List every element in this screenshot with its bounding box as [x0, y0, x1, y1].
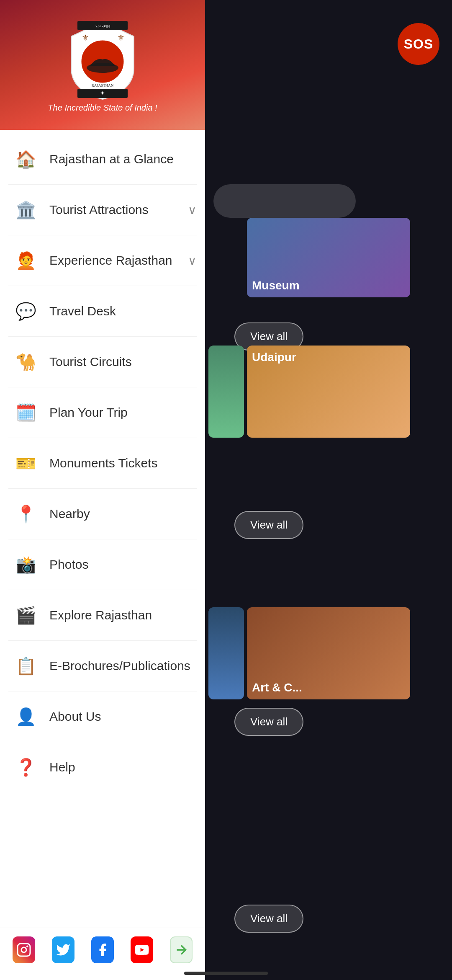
menu-icon-e-brochures: 📋 — [13, 652, 39, 679]
navigation-drawer: राजस्थान RAJASTHAN ✦ ⚜ ⚜ The Incredible … — [0, 0, 205, 980]
menu-item-travel-desk[interactable]: 💬Travel Desk — [0, 286, 205, 336]
svg-rect-10 — [18, 944, 30, 956]
menu-item-e-brochures[interactable]: 📋E-Brochures/Publications — [0, 641, 205, 691]
menu-icon-travel-desk: 💬 — [13, 298, 39, 325]
menu-label-experience-rajasthan: Experience Rajasthan — [49, 253, 172, 268]
menu-item-rajasthan-glance[interactable]: 🏠Rajasthan at a Glance — [0, 134, 205, 184]
menu-label-nearby: Nearby — [49, 507, 90, 521]
menu-item-nearby[interactable]: 📍Nearby — [0, 489, 205, 539]
menu-item-experience-rajasthan[interactable]: 🧑‍🦰Experience Rajasthan∨ — [0, 235, 205, 286]
menu-icon-plan-your-trip: 🗓️ — [13, 399, 39, 426]
drawer-header: राजस्थान RAJASTHAN ✦ ⚜ ⚜ The Incredible … — [0, 0, 205, 130]
menu-label-e-brochures: E-Brochures/Publications — [49, 659, 190, 673]
svg-text:⚜: ⚜ — [117, 33, 125, 42]
home-indicator — [184, 972, 268, 975]
menu-chevron-tourist-attractions: ∨ — [188, 203, 197, 217]
menu-item-photos[interactable]: 📸Photos — [0, 539, 205, 590]
svg-text:राजस्थान: राजस्थान — [95, 23, 110, 28]
art-label: Art & C... — [252, 681, 302, 694]
menu-label-plan-your-trip: Plan Your Trip — [49, 405, 128, 420]
menu-label-photos: Photos — [49, 557, 88, 572]
menu-icon-monuments-tickets: 🎫 — [13, 450, 39, 477]
menu-chevron-experience-rajasthan: ∨ — [188, 254, 197, 268]
menu-item-plan-your-trip[interactable]: 🗓️Plan Your Trip — [0, 387, 205, 438]
museum-label: Museum — [252, 279, 300, 292]
social-footer — [0, 928, 205, 980]
menu-icon-help: ❓ — [13, 754, 39, 781]
menu-item-tourist-attractions[interactable]: 🏛️Tourist Attractions∨ — [0, 185, 205, 235]
art-card: Art & C... — [247, 607, 410, 699]
menu-icon-rajasthan-glance: 🏠 — [13, 146, 39, 173]
menu-item-about-us[interactable]: 👤About Us — [0, 691, 205, 742]
instagram-icon[interactable] — [13, 936, 35, 963]
svg-text:⚜: ⚜ — [82, 33, 89, 42]
logo-container: राजस्थान RAJASTHAN ✦ ⚜ ⚜ The Incredible … — [48, 18, 157, 113]
menu-label-travel-desk: Travel Desk — [49, 304, 116, 318]
search-bar-glimpse — [213, 184, 356, 218]
menu-label-help: Help — [49, 760, 75, 774]
view-all-button-2[interactable]: View all — [234, 511, 303, 539]
menu-label-explore-rajasthan: Explore Rajasthan — [49, 608, 152, 622]
menu-label-monuments-tickets: Monuments Tickets — [49, 456, 157, 470]
svg-text:RAJASTHAN: RAJASTHAN — [92, 83, 114, 88]
menu-icon-experience-rajasthan: 🧑‍🦰 — [13, 247, 39, 274]
menu-icon-tourist-attractions: 🏛️ — [13, 196, 39, 223]
svg-point-12 — [26, 946, 28, 948]
app-tagline: The Incredible State of India ! — [48, 103, 157, 113]
background-overlay — [205, 0, 452, 980]
menu-icon-explore-rajasthan: 🎬 — [13, 602, 39, 629]
sos-button[interactable]: SOS — [398, 23, 439, 65]
menu-item-tourist-circuits[interactable]: 🐪Tourist Circuits — [0, 337, 205, 387]
youtube-icon[interactable] — [131, 936, 153, 963]
svg-point-11 — [21, 947, 26, 952]
menu-label-about-us: About Us — [49, 709, 101, 724]
small-card-2 — [208, 607, 244, 699]
view-all-button-3[interactable]: View all — [234, 708, 303, 736]
menu-item-monuments-tickets[interactable]: 🎫Monuments Tickets — [0, 438, 205, 488]
menu-icon-tourist-circuits: 🐪 — [13, 348, 39, 375]
menu-label-rajasthan-glance: Rajasthan at a Glance — [49, 152, 174, 166]
menu-list: 🏠Rajasthan at a Glance🏛️Tourist Attracti… — [0, 130, 205, 928]
view-all-button-4[interactable]: View all — [234, 905, 303, 933]
menu-item-help[interactable]: ❓Help — [0, 742, 205, 792]
menu-icon-photos: 📸 — [13, 551, 39, 578]
menu-icon-nearby: 📍 — [13, 500, 39, 527]
menu-label-tourist-circuits: Tourist Circuits — [49, 355, 132, 369]
small-card-left — [208, 346, 244, 438]
twitter-icon[interactable] — [52, 936, 74, 963]
museum-card: Museum — [247, 218, 410, 297]
menu-icon-about-us: 👤 — [13, 703, 39, 730]
udaipur-label: Udaipur — [252, 351, 296, 364]
logo-shield-icon: राजस्थान RAJASTHAN ✦ ⚜ ⚜ — [69, 18, 136, 101]
udaipur-card: Udaipur — [247, 346, 410, 438]
menu-label-tourist-attractions: Tourist Attractions — [49, 203, 149, 217]
facebook-icon[interactable] — [91, 936, 114, 963]
menu-item-explore-rajasthan[interactable]: 🎬Explore Rajasthan — [0, 590, 205, 640]
share-icon[interactable] — [170, 936, 193, 963]
svg-text:✦: ✦ — [100, 90, 105, 96]
